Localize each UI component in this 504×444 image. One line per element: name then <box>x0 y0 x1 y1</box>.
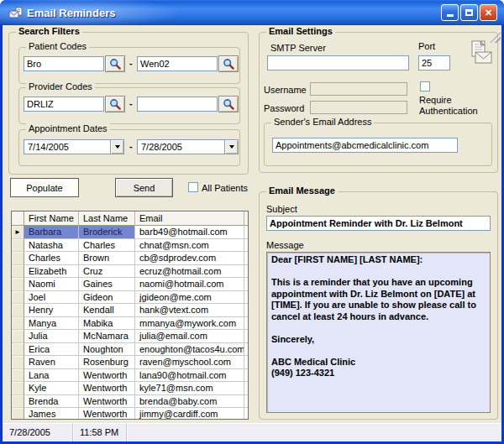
close-button[interactable]: ✕ <box>480 4 497 21</box>
table-row[interactable]: RavenRosenburgraven@myschool.com <box>12 356 248 369</box>
column-header-email[interactable]: Email <box>135 212 244 226</box>
row-selector[interactable] <box>12 291 24 305</box>
row-selector[interactable] <box>12 395 24 409</box>
cell-first-name[interactable]: Natasha <box>24 239 79 253</box>
row-selector[interactable] <box>12 408 24 420</box>
senders-email-input[interactable] <box>272 138 458 153</box>
cell-last-name[interactable]: Rosenburg <box>79 356 135 369</box>
table-row[interactable]: JamesWentworthjimmy@cardiff.com <box>12 408 248 420</box>
cell-last-name[interactable]: Gideon <box>79 291 135 305</box>
row-selector[interactable]: ► <box>12 226 24 239</box>
message-textarea[interactable]: Dear [FIRST NAME] [LAST NAME]: This is a… <box>266 252 491 413</box>
patients-grid[interactable]: First Name Last Name Email ►BarbaraBrode… <box>11 211 249 420</box>
dropdown-button[interactable] <box>224 140 238 154</box>
cell-last-name[interactable]: Wentworth <box>79 408 135 420</box>
cell-email[interactable]: brenda@baby.com <box>135 395 244 409</box>
row-selector[interactable] <box>12 356 24 369</box>
cell-first-name[interactable]: Julia <box>24 330 79 343</box>
cell-first-name[interactable]: Raven <box>24 356 79 369</box>
cell-email[interactable]: enoughton@tacos4u.com <box>135 343 244 357</box>
cell-last-name[interactable]: Wentworth <box>79 369 135 383</box>
table-row[interactable]: HenryKendallhank@vtext.com <box>12 304 248 317</box>
cell-last-name[interactable]: Noughton <box>79 343 135 357</box>
cell-first-name[interactable]: Charles <box>24 252 79 265</box>
table-row[interactable]: JuliaMcNamarajulia@email.com <box>12 330 248 343</box>
column-header-first-name[interactable]: First Name <box>24 212 79 226</box>
table-row[interactable]: ►BarbaraBroderickbarb49@hotmail.com <box>12 226 248 239</box>
cell-email[interactable]: ecruz@hotmail.com <box>135 265 244 279</box>
cell-last-name[interactable]: Gaines <box>79 278 135 291</box>
table-row[interactable]: EricaNoughtonenoughton@tacos4u.com <box>12 343 248 357</box>
row-selector[interactable] <box>12 382 24 395</box>
cell-first-name[interactable]: James <box>24 408 79 420</box>
table-row[interactable]: KyleWentworthkyle71@msn.com <box>12 382 248 395</box>
row-selector[interactable] <box>12 252 24 265</box>
cell-first-name[interactable]: Barbara <box>24 226 79 239</box>
row-selector[interactable] <box>12 343 24 357</box>
maximize-button[interactable] <box>460 4 478 21</box>
cell-email[interactable]: kyle71@msn.com <box>135 382 244 395</box>
table-row[interactable]: CharlesBrowncb@sdprodev.com <box>12 252 248 265</box>
cell-email[interactable]: naomi@hotmail.com <box>135 278 244 291</box>
cell-first-name[interactable]: Joel <box>24 291 79 305</box>
cell-first-name[interactable]: Elizabeth <box>24 265 79 279</box>
cell-last-name[interactable]: Cruz <box>79 265 135 279</box>
table-row[interactable]: NatashaCharleschnat@msn.com <box>12 239 248 253</box>
patient-code-to-input[interactable] <box>137 56 218 71</box>
cell-first-name[interactable]: Brenda <box>24 395 79 409</box>
row-selector[interactable] <box>12 330 24 343</box>
cell-first-name[interactable]: Henry <box>24 304 79 317</box>
patient-code-to-search-button[interactable] <box>218 55 239 72</box>
cell-email[interactable]: hank@vtext.com <box>135 304 244 317</box>
smtp-server-input[interactable] <box>267 55 409 71</box>
row-selector[interactable] <box>12 278 24 291</box>
column-header-last-name[interactable]: Last Name <box>79 212 135 226</box>
appointment-date-from-dropdown[interactable]: 7/14/2005 <box>24 139 124 154</box>
cell-email[interactable]: jgideon@me.com <box>135 291 244 305</box>
cell-last-name[interactable]: Brown <box>79 252 135 265</box>
cell-first-name[interactable]: Erica <box>24 343 79 357</box>
username-input[interactable] <box>310 82 407 96</box>
cell-email[interactable]: chnat@msn.com <box>135 239 244 253</box>
cell-first-name[interactable]: Manya <box>24 317 79 331</box>
row-selector[interactable] <box>12 369 24 383</box>
send-button[interactable]: Send <box>115 178 173 197</box>
port-input[interactable] <box>418 55 450 71</box>
dropdown-button[interactable] <box>110 140 123 154</box>
cell-email[interactable]: julia@email.com <box>135 330 244 343</box>
cell-email[interactable]: cb@sdprodev.com <box>135 252 244 265</box>
cell-email[interactable]: jimmy@cardiff.com <box>135 408 244 420</box>
cell-email[interactable]: barb49@hotmail.com <box>135 226 244 239</box>
table-row[interactable]: ElizabethCruzecruz@hotmail.com <box>12 265 248 279</box>
cell-email[interactable]: mmanya@mywork.com <box>135 317 244 331</box>
cell-first-name[interactable]: Lana <box>24 369 79 383</box>
table-row[interactable]: JoelGideonjgideon@me.com <box>12 291 248 305</box>
provider-code-to-search-button[interactable] <box>218 96 239 112</box>
provider-code-to-input[interactable] <box>137 97 218 112</box>
table-row[interactable]: ManyaMabikammanya@mywork.com <box>12 317 248 331</box>
row-selector[interactable] <box>12 265 24 279</box>
table-row[interactable]: LanaWentworthlana90@hotmail.com <box>12 369 248 383</box>
cell-email[interactable]: lana90@hotmail.com <box>135 369 244 383</box>
require-authentication-checkbox[interactable] <box>420 81 430 91</box>
password-input[interactable] <box>310 101 407 114</box>
row-selector[interactable] <box>12 317 24 331</box>
titlebar[interactable]: Email Reminders ✕ <box>0 0 504 25</box>
cell-last-name[interactable]: Charles <box>79 239 135 253</box>
provider-code-from-input[interactable] <box>24 97 104 112</box>
cell-last-name[interactable]: Wentworth <box>79 395 135 409</box>
patient-code-from-input[interactable] <box>24 56 104 71</box>
populate-button[interactable]: Populate <box>10 178 79 197</box>
cell-last-name[interactable]: Mabika <box>79 317 135 331</box>
cell-email[interactable]: raven@myschool.com <box>135 356 244 369</box>
row-selector[interactable] <box>12 304 24 317</box>
patient-code-from-search-button[interactable] <box>105 55 125 72</box>
provider-code-from-search-button[interactable] <box>105 96 125 112</box>
table-row[interactable]: NaomiGainesnaomi@hotmail.com <box>12 278 248 291</box>
minimize-button[interactable] <box>441 4 459 21</box>
cell-first-name[interactable]: Kyle <box>24 382 79 395</box>
cell-first-name[interactable]: Naomi <box>24 278 79 291</box>
cell-last-name[interactable]: Wentworth <box>79 382 135 395</box>
appointment-date-to-dropdown[interactable]: 7/28/2005 <box>137 139 239 154</box>
all-patients-checkbox[interactable] <box>188 182 198 192</box>
